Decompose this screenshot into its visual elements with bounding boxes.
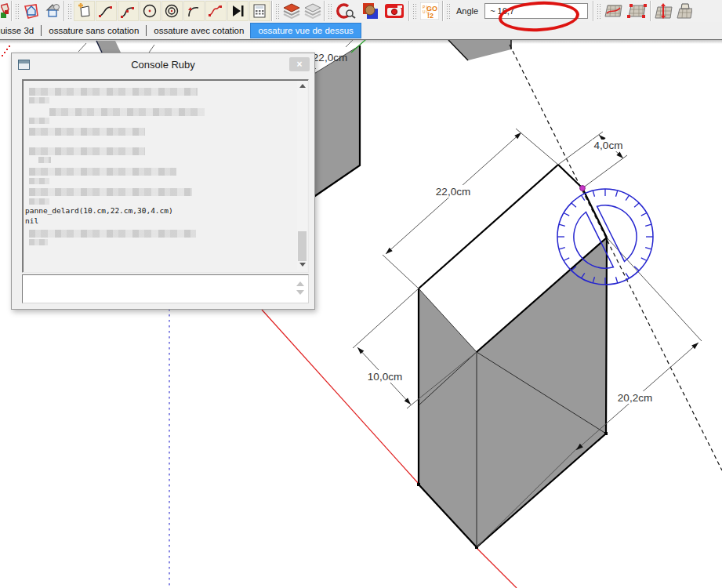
tab-ossature-vue-de-dessus[interactable]: ossature vue de dessus [250,23,361,38]
house-outline-red-icon[interactable] [20,1,42,21]
redacted-output-line [29,97,49,103]
ruby-console-titlebar[interactable]: Console Ruby × [12,53,314,75]
redacted-output-line [29,118,49,124]
scroll-down-icon[interactable] [297,260,307,270]
material-swap-icon[interactable] [357,1,382,21]
redacted-output-line [29,178,49,184]
inference-point [580,186,586,191]
redacted-output-line [29,168,176,176]
keypad-icon[interactable] [249,1,270,21]
bezier-curve-icon[interactable] [96,1,117,21]
dim-label-background-beam: 22,0cm [313,52,347,64]
tab-ossature-avec-cotation[interactable]: ossature avec cotation [147,24,250,38]
redacted-output-line [29,128,145,136]
circle-center-icon[interactable] [140,1,161,21]
console-command-echo: panne_delard(10.cm,22.cm,30,4.cm) [25,205,173,216]
scene-tabbar: quisse 3d ossature sans cotation ossatur… [0,22,722,40]
main-toolbar: P LU GGO!2 Angle ~ 16,7 [0,0,722,22]
camera-red-icon[interactable] [382,1,408,21]
layers-gray-icon[interactable] [302,1,323,21]
angle-label: Angle [456,6,478,16]
console-output[interactable]: panne_delard(10.cm,22.cm,30,4.cm) nil [22,79,309,273]
dim-label-width: 10,0cm [368,371,402,383]
house-gray-roof-icon[interactable] [42,1,63,21]
ruby-console-window[interactable]: Console Ruby × panne_delard(10.cm,22.cm,… [11,53,315,310]
toolbar-drag-handle[interactable] [328,3,332,19]
redacted-output-line [29,198,49,205]
toolbar-drag-handle[interactable] [446,3,450,19]
toolbar-separator [593,1,594,21]
close-icon[interactable]: × [289,57,310,71]
toolbar-drag-handle[interactable] [412,3,416,19]
redacted-output-line [29,88,198,96]
console-input[interactable] [22,274,309,303]
sandbox-scratch-icon[interactable] [626,1,649,21]
toolbar-separator [650,1,651,21]
output-scrollbar[interactable] [297,81,307,270]
freehand-red-icon[interactable] [205,1,227,21]
toolbar-separator [11,1,13,21]
toolbar-group-bezier [66,0,270,22]
tab-esquisse-3d[interactable]: quisse 3d [0,24,40,38]
redacted-output-line [29,188,192,196]
smoove-icon[interactable] [652,1,676,21]
toolbar-group-plugin: P LU GGO!2 [411,0,441,22]
toolbar-drag-handle[interactable] [597,3,600,19]
scrollbar-thumb[interactable] [298,231,307,261]
bezier-curve-alt-icon[interactable] [118,1,139,21]
toolbar-separator [408,1,410,21]
dim-label-main-length: 22,0cm [436,186,470,198]
play-step-icon[interactable] [227,1,249,21]
plug-go-icon[interactable]: P LU GGO!2 [418,1,441,21]
tab-separator [146,25,147,36]
redacted-output-line [29,147,145,155]
redacted-output-line [38,157,51,163]
toolbar-group-tools [326,0,408,22]
redacted-output-line [29,230,196,238]
console-return-value: nil [25,216,38,226]
toolbar-separator [271,1,273,21]
toolbar-group-sandbox2 [652,0,693,22]
window-title: Console Ruby [12,59,314,71]
tab-separator [41,25,42,36]
stamp-icon[interactable] [676,1,693,21]
concentric-circles-icon[interactable] [161,1,183,21]
toolbar-drag-handle[interactable] [275,3,279,19]
dim-label-bottom-edge: 20,2cm [618,392,652,404]
input-history-up-icon[interactable] [296,281,304,286]
scroll-up-icon[interactable] [297,81,307,91]
layers-red-icon[interactable] [281,1,302,21]
toolbar-group-houses [13,0,63,22]
toolbar-separator [324,1,325,21]
toolbar-separator [63,1,65,21]
polygon-plus-icon[interactable] [74,1,95,21]
tab-ossature-sans-cotation[interactable]: ossature sans cotation [42,24,145,38]
sandbox-contours-icon[interactable] [602,1,626,21]
svg-text:!2: !2 [427,12,434,20]
dim-label-bevel: 4,0cm [594,140,623,151]
toolbar-drag-handle[interactable] [15,3,19,19]
toolbar-group-clipped [0,0,10,22]
toolbar-separator [442,1,444,21]
input-history-down-icon[interactable] [296,290,304,295]
redacted-output-line [49,108,205,116]
toolbar-group-layers [274,0,323,22]
redacted-output-line [29,239,48,245]
arc-arrow-icon[interactable] [183,1,205,21]
cleanup-icon[interactable] [333,1,357,21]
clipped-scene-icon[interactable] [0,1,10,21]
toolbar-group-sandbox1 [595,0,649,22]
toolbar-drag-handle[interactable] [67,3,71,19]
